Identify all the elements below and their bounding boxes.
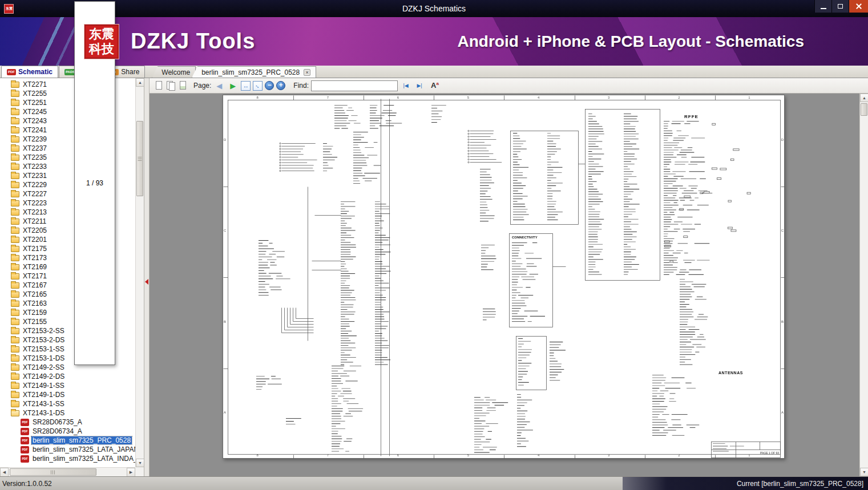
sidebar-horizontal-scrollbar[interactable]: ◀ ▶ <box>0 467 135 476</box>
folder-icon <box>11 200 19 206</box>
tree-file-SR28D06734_A[interactable]: PDFSR28D06734_A <box>0 427 135 436</box>
logo-line1: 东震 <box>89 27 114 42</box>
doc-tab-berlin_slim_sm7325_prc_0528[interactable]: berlin_slim_sm7325_PRC_0528× <box>192 66 316 78</box>
content-pane: Page: ◀ ▶ ↔ ↔ − + Find: |◀ ▶| Aa RFFE CO <box>150 78 868 476</box>
folder-icon <box>11 355 19 362</box>
mode-tabs: PDFSchematicPADSLayout↗Share <box>1 66 146 78</box>
tree-item-label: XT2153-2-DS <box>22 336 66 344</box>
tree-folder-XT2149-2-DS[interactable]: XT2149-2-DS <box>0 372 135 381</box>
folder-icon <box>11 374 19 380</box>
next-page-button[interactable]: ▶ <box>227 82 239 90</box>
tree-item-label: XT2171 <box>22 272 48 280</box>
tree-file-berlin_slim_sm7325_LATA_INDA_05[interactable]: PDFberlin_slim_sm7325_LATA_INDA_05 <box>0 454 135 463</box>
pdf-icon: PDF <box>7 69 16 75</box>
doc-tab-welcome[interactable]: Welcome <box>152 66 196 78</box>
tree-file-berlin_slim_sm7325_PRC_0528[interactable]: PDFberlin_slim_sm7325_PRC_0528 <box>0 436 135 445</box>
sidebar-hscroll-track[interactable] <box>9 468 127 476</box>
find-next-icon[interactable]: ▶| <box>414 83 425 88</box>
tree-folder-XT2143-1-SS[interactable]: XT2143-1-SS <box>0 399 135 408</box>
sidebar-vscroll-thumb[interactable] <box>136 121 143 196</box>
tree-item-label: XT2271 <box>22 80 48 88</box>
tree-folder-XT2149-1-DS[interactable]: XT2149-1-DS <box>0 390 135 399</box>
folder-icon <box>11 383 19 389</box>
tree-item-label: XT2173 <box>22 254 48 262</box>
facing-pages-icon[interactable] <box>166 80 176 91</box>
tree-folder-XT2143-1-DS[interactable]: XT2143-1-DS <box>0 408 135 418</box>
find-previous-icon[interactable]: |◀ <box>400 83 411 88</box>
fit-width-button[interactable]: ↔ <box>241 81 251 91</box>
scrollbar-corner <box>135 467 144 476</box>
sidebar-splitter[interactable] <box>144 78 150 476</box>
font-size-icon[interactable]: Aa <box>431 81 439 90</box>
viewer-vertical-scrollbar[interactable]: ▲ ▼ <box>859 94 868 476</box>
scroll-up-icon[interactable]: ▲ <box>136 78 144 87</box>
logo-line2: 科技 <box>89 42 114 56</box>
close-tab-icon[interactable]: × <box>304 69 310 76</box>
sidebar-vscroll-track[interactable] <box>136 87 144 459</box>
tree-item-label: XT2235 <box>22 153 48 161</box>
grid-col-label: 1 <box>748 453 750 457</box>
fit-page-button[interactable]: ↔ <box>253 81 263 91</box>
tree-file-berlin_slim_sm7325_LATA_JAPAN_0[interactable]: PDFberlin_slim_sm7325_LATA_JAPAN_0 <box>0 445 135 454</box>
minimize-button[interactable] <box>814 0 831 13</box>
folder-icon <box>11 127 19 133</box>
tree-item-label: XT2213 <box>22 208 48 216</box>
viewer-vscroll-track[interactable] <box>860 102 868 468</box>
window-controls <box>814 0 868 13</box>
grid-col-label: 3 <box>608 96 609 100</box>
collapse-sidebar-arrow[interactable] <box>145 279 148 285</box>
maximize-button[interactable] <box>831 0 849 13</box>
grid-row-label: D <box>224 138 226 142</box>
minimize-icon <box>821 8 826 9</box>
zoom-out-button[interactable]: − <box>265 81 274 90</box>
folder-icon <box>11 255 19 261</box>
scroll-right-icon[interactable]: ▶ <box>127 468 135 477</box>
single-page-icon[interactable] <box>154 80 164 91</box>
page-label: Page: <box>193 82 211 90</box>
grid-row-label: C <box>224 229 226 233</box>
continuous-view-icon[interactable] <box>178 80 188 91</box>
find-input[interactable] <box>311 80 398 91</box>
tree-item-label: XT2251 <box>22 99 48 107</box>
tree-item-label: berlin_slim_sm7325_LATA_INDA_05 <box>31 455 135 463</box>
grid-col-label: 6 <box>397 453 399 457</box>
grid-col-label: 8 <box>257 453 259 457</box>
grid-row-label: B <box>781 320 784 324</box>
folder-icon <box>11 346 19 353</box>
tree-folder-XT2149-1-SS[interactable]: XT2149-1-SS <box>0 381 135 390</box>
folder-icon <box>11 264 19 270</box>
status-bar: Version:1.0.0.52 Current [berlin_slim_sm… <box>0 476 868 490</box>
titlebar: 东震 DZKJ Schematics <box>0 0 868 17</box>
folder-icon <box>11 310 19 316</box>
scroll-down-icon[interactable]: ▼ <box>136 459 144 467</box>
pdf-file-icon: PDF <box>21 455 29 463</box>
banner-tagline: Android + iPhone & PCB Layout - Schemati… <box>457 33 804 51</box>
app-icon-text: 东震 <box>6 7 13 11</box>
zoom-in-button[interactable]: + <box>276 81 285 90</box>
viewer-scroll-down-icon[interactable]: ▼ <box>860 468 868 476</box>
doc-tab-label: Welcome <box>162 68 190 76</box>
app-name: DZKJ Tools <box>131 29 255 54</box>
close-button[interactable] <box>849 0 868 13</box>
tree-item-label: XT2149-2-SS <box>22 363 66 371</box>
folder-icon <box>11 392 19 398</box>
antennas-block-label: ANTENNAS <box>718 371 743 375</box>
sidebar-vertical-scrollbar[interactable]: ▲ ▼ <box>135 78 144 467</box>
tree-item-label: XT2205 <box>22 226 48 234</box>
previous-page-button[interactable]: ◀ <box>213 82 225 90</box>
sidebar: XT2271XT2255XT2251XT2245XT2243XT2241XT22… <box>0 78 144 476</box>
tab-bar: PDFSchematicPADSLayout↗Share Welcomeberl… <box>0 66 868 78</box>
scroll-left-icon[interactable]: ◀ <box>0 468 9 477</box>
viewer-vscroll-thumb[interactable] <box>861 103 867 116</box>
sidebar-hscroll-thumb[interactable] <box>10 468 96 476</box>
viewer-scroll-up-icon[interactable]: ▲ <box>860 94 868 102</box>
tab-schematic[interactable]: PDFSchematic <box>1 66 58 78</box>
pdf-file-icon: PDF <box>21 428 29 435</box>
tree-item-label: XT2245 <box>22 108 48 116</box>
tree-item-label: XT2227 <box>22 190 48 198</box>
tree-file-SR28D06735_A[interactable]: PDFSR28D06735_A <box>0 418 135 427</box>
tree-item-label: XT2229 <box>22 181 48 189</box>
tree-item-label: XT2211 <box>22 217 47 225</box>
font-size-sup: a <box>436 81 438 86</box>
tree-item-label: XT2143-1-DS <box>22 409 66 417</box>
